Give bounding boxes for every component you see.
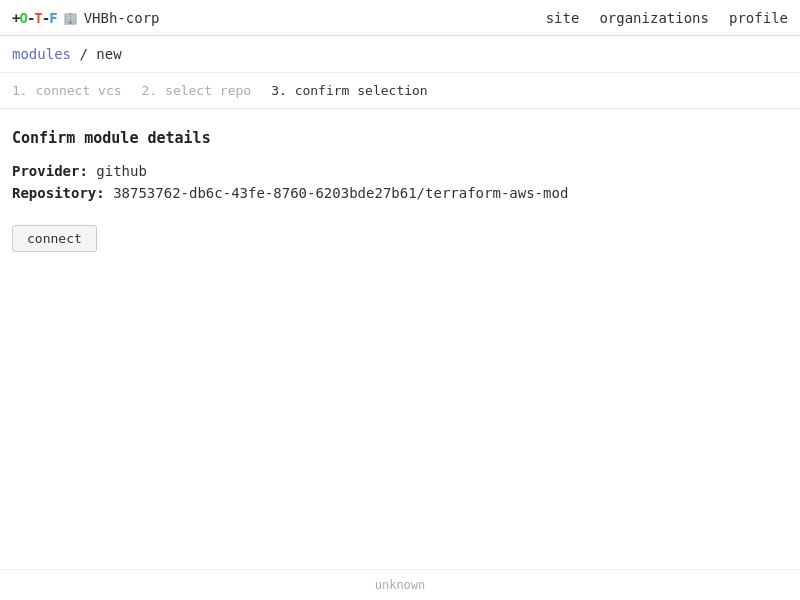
provider-row: Provider: github <box>12 163 788 179</box>
nav-site-link[interactable]: site <box>546 10 580 26</box>
step-1: 1. connect vcs <box>12 83 122 98</box>
nav-profile-link[interactable]: profile <box>729 10 788 26</box>
provider-value: github <box>96 163 147 179</box>
step-2: 2. select repo <box>142 83 252 98</box>
content-area: Confirm module details Provider: github … <box>0 109 800 272</box>
brand-logo: +O-T-F <box>12 10 57 26</box>
footer-status: unknown <box>375 578 426 592</box>
provider-label: Provider: <box>12 163 88 179</box>
building-icon: 🏢 <box>63 11 78 25</box>
breadcrumb: modules / new <box>0 36 800 73</box>
repository-row: Repository: 38753762-db6c-43fe-8760-6203… <box>12 185 788 201</box>
section-title: Confirm module details <box>12 129 788 147</box>
step-3: 3. confirm selection <box>271 83 428 98</box>
navbar: +O-T-F 🏢 VHBh-corp site organizations pr… <box>0 0 800 36</box>
breadcrumb-separator: / <box>71 46 96 62</box>
repository-label: Repository: <box>12 185 105 201</box>
brand-name: VHBh-corp <box>84 10 160 26</box>
navbar-links: site organizations profile <box>546 10 788 26</box>
footer: unknown <box>0 569 800 600</box>
repository-value: 38753762-db6c-43fe-8760-6203bde27b61/ter… <box>113 185 568 201</box>
breadcrumb-current: new <box>96 46 121 62</box>
connect-button[interactable]: connect <box>12 225 97 252</box>
steps-nav: 1. connect vcs 2. select repo 3. confirm… <box>0 73 800 109</box>
breadcrumb-modules-link[interactable]: modules <box>12 46 71 62</box>
navbar-brand: +O-T-F 🏢 VHBh-corp <box>12 10 546 26</box>
nav-organizations-link[interactable]: organizations <box>599 10 709 26</box>
